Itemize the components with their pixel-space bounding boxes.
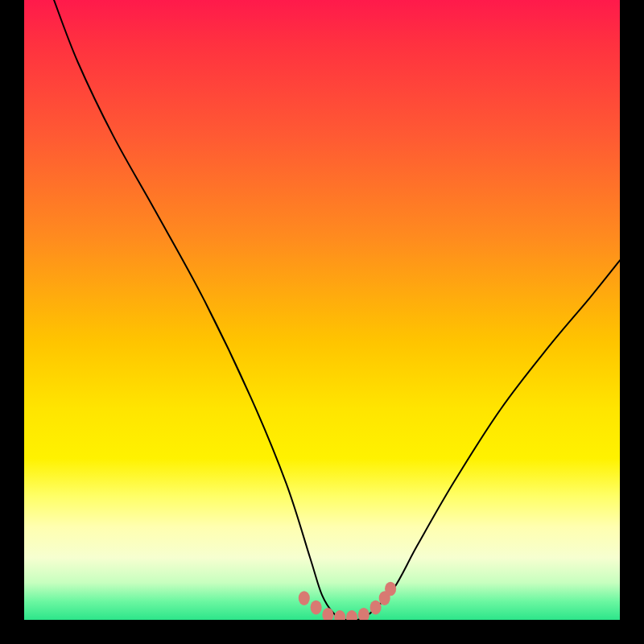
marker-dot — [370, 601, 382, 615]
curve-layer — [24, 0, 620, 620]
marker-dot — [334, 610, 345, 620]
marker-dot — [385, 582, 396, 597]
chart-stage: TheBottleneck.com — [0, 0, 644, 644]
marker-dot — [322, 608, 333, 620]
highlighted-points — [299, 582, 396, 620]
bottleneck-curve — [54, 0, 620, 620]
marker-dot — [346, 610, 357, 620]
marker-dot — [311, 601, 322, 615]
marker-dot — [299, 591, 310, 605]
marker-dot — [358, 608, 369, 620]
plot-area — [24, 0, 620, 620]
